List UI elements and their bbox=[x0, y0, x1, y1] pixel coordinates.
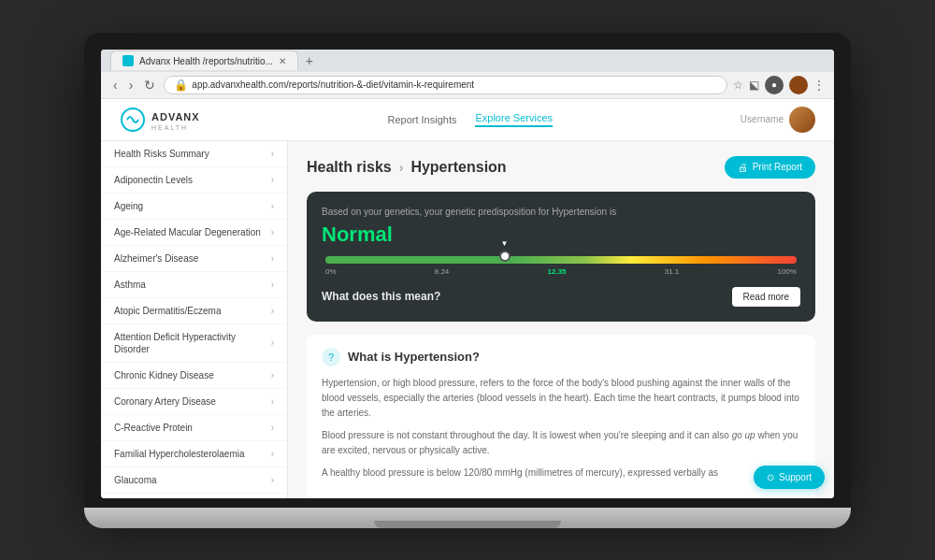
slider-low-val: 8.24 bbox=[435, 267, 450, 276]
url-text: app.advanxhealth.com/reports/nutrition-&… bbox=[192, 79, 717, 90]
sidebar-arrow-icon: › bbox=[271, 253, 274, 264]
sidebar-arrow-icon: › bbox=[271, 423, 274, 433]
sidebar-item-crp[interactable]: C-Reactive Protein › bbox=[101, 415, 287, 441]
print-label: Print Report bbox=[753, 162, 802, 172]
app-body: Health Risks Summary › Adiponectin Level… bbox=[101, 141, 834, 498]
new-tab-button[interactable]: + bbox=[298, 50, 321, 72]
tab-favicon bbox=[122, 55, 134, 66]
sidebar-arrow-icon: › bbox=[271, 306, 274, 316]
address-bar[interactable]: 🔒 app.advanxhealth.com/reports/nutrition… bbox=[164, 76, 727, 94]
sidebar-arrow-icon: › bbox=[271, 149, 274, 159]
sidebar-item-glucose[interactable]: Glucose Level During › bbox=[101, 494, 287, 498]
sidebar-label: Adiponectin Levels bbox=[114, 174, 193, 186]
info-card-header: ? What is Hypertension? bbox=[322, 348, 800, 366]
sidebar-item-coronary[interactable]: Coronary Artery Disease › bbox=[101, 389, 287, 415]
sidebar-arrow-icon: › bbox=[271, 449, 274, 459]
sidebar-arrow-icon: › bbox=[271, 396, 274, 407]
header-user: Username bbox=[741, 107, 815, 133]
sidebar-item-ageing[interactable]: Ageing › bbox=[101, 194, 287, 220]
breadcrumb-current: Hypertension bbox=[410, 159, 506, 176]
info-icon: ? bbox=[322, 348, 340, 366]
sidebar-arrow-icon: › bbox=[271, 337, 274, 348]
risk-description: Based on your genetics, your genetic pre… bbox=[322, 207, 800, 217]
wtm-row: What does this mean? Read more bbox=[322, 287, 800, 307]
slider-current-val: 12.35 bbox=[548, 267, 567, 276]
bookmark-icon[interactable]: ☆ bbox=[733, 79, 743, 92]
menu-icon[interactable]: ⋮ bbox=[813, 79, 825, 92]
sidebar-item-alzheimers[interactable]: Alzheimer's Disease › bbox=[101, 246, 287, 272]
sidebar-arrow-icon: › bbox=[271, 175, 274, 185]
sidebar-item-atopic[interactable]: Atopic Dermatitis/Eczema › bbox=[101, 298, 287, 324]
sidebar-item-adhd[interactable]: Attention Deficit Hyperactivity Disorder… bbox=[101, 324, 287, 363]
main-content: Health risks › Hypertension 🖨 Print Repo… bbox=[288, 141, 834, 498]
logo-sub: HEALTH bbox=[151, 124, 200, 131]
risk-card: Based on your genetics, your genetic pre… bbox=[307, 192, 815, 322]
print-icon: 🖨 bbox=[738, 162, 748, 173]
print-report-button[interactable]: 🖨 Print Report bbox=[725, 156, 815, 179]
sidebar: Health Risks Summary › Adiponectin Level… bbox=[101, 141, 288, 498]
sidebar-label: Health Risks Summary bbox=[114, 148, 209, 160]
sidebar-arrow-icon: › bbox=[271, 201, 274, 211]
nav-report-insights[interactable]: Report Insights bbox=[387, 114, 456, 125]
refresh-button[interactable]: ↻ bbox=[141, 78, 158, 93]
support-icon: ⊙ bbox=[767, 472, 774, 482]
sidebar-item-adiponectin[interactable]: Adiponectin Levels › bbox=[101, 167, 287, 194]
sidebar-item-kidney[interactable]: Chronic Kidney Disease › bbox=[101, 363, 287, 389]
logo: ADVANX HEALTH bbox=[120, 107, 200, 133]
slider-labels: 0% 8.24 12.35 31.1 100% bbox=[325, 267, 797, 276]
slider-mid-val: 31.1 bbox=[665, 267, 680, 276]
sidebar-label: Attention Deficit Hyperactivity Disorder bbox=[114, 331, 271, 355]
lock-icon: 🔒 bbox=[174, 79, 188, 92]
sidebar-item-health-risks-summary[interactable]: Health Risks Summary › bbox=[101, 141, 287, 167]
tab-title: Advanx Health /reports/nutritio... bbox=[139, 56, 273, 66]
page-header: Health risks › Hypertension 🖨 Print Repo… bbox=[307, 156, 815, 179]
slider-track bbox=[325, 256, 797, 264]
nav-explore-services[interactable]: Explore Services bbox=[475, 112, 553, 127]
support-label: Support bbox=[779, 472, 812, 482]
wtm-label: What does this mean? bbox=[322, 290, 440, 303]
logo-text: ADVANX bbox=[151, 111, 200, 122]
laptop-base bbox=[84, 508, 851, 528]
risk-slider: 0% 8.24 12.35 31.1 100% bbox=[322, 256, 800, 276]
sidebar-arrow-icon: › bbox=[271, 475, 274, 485]
risk-level: Normal bbox=[322, 223, 800, 247]
support-button[interactable]: ⊙ Support bbox=[754, 466, 825, 489]
sidebar-label: Asthma bbox=[114, 279, 146, 291]
question-icon: ? bbox=[328, 352, 334, 363]
info-para-2: Blood pressure is not constant throughou… bbox=[322, 428, 800, 458]
breadcrumb-separator: › bbox=[399, 160, 404, 175]
sidebar-label: Glaucoma bbox=[114, 474, 157, 486]
sidebar-arrow-icon: › bbox=[271, 227, 274, 237]
slider-indicator bbox=[499, 251, 511, 262]
sidebar-label: Alzheimer's Disease bbox=[114, 252, 198, 265]
user-avatar-browser[interactable] bbox=[789, 76, 808, 94]
info-para-1: Hypertension, or high blood pressure, re… bbox=[322, 376, 800, 421]
tab-close-icon[interactable]: ✕ bbox=[279, 56, 286, 66]
forward-button[interactable]: › bbox=[126, 78, 137, 93]
slider-max-label: 100% bbox=[778, 267, 797, 276]
app-header: ADVANX HEALTH Report Insights Explore Se… bbox=[101, 99, 834, 141]
sidebar-label: Atopic Dermatitis/Eczema bbox=[114, 305, 221, 317]
sidebar-item-macular[interactable]: Age-Related Macular Degeneration › bbox=[101, 220, 287, 246]
cast-icon[interactable]: ⬕ bbox=[749, 79, 759, 92]
sidebar-label: Ageing bbox=[114, 200, 143, 212]
sidebar-label: Coronary Artery Disease bbox=[114, 395, 216, 408]
info-para-3: A healthy blood pressure is below 120/80… bbox=[322, 466, 800, 481]
header-nav: Report Insights Explore Services bbox=[387, 112, 553, 127]
sidebar-item-familial[interactable]: Familial Hypercholesterolaemia › bbox=[101, 441, 287, 467]
back-button[interactable]: ‹ bbox=[110, 78, 121, 93]
sidebar-arrow-icon: › bbox=[271, 370, 274, 381]
breadcrumb: Health risks › Hypertension bbox=[307, 159, 507, 176]
sidebar-item-glaucoma[interactable]: Glaucoma › bbox=[101, 467, 287, 494]
sidebar-label: Age-Related Macular Degeneration bbox=[114, 226, 261, 238]
profile-icon[interactable]: ● bbox=[765, 76, 784, 94]
sidebar-arrow-icon: › bbox=[271, 280, 274, 290]
info-card: ? What is Hypertension? Hypertension, or… bbox=[307, 335, 815, 498]
user-avatar[interactable] bbox=[789, 107, 815, 133]
browser-tab[interactable]: Advanx Health /reports/nutritio... ✕ bbox=[110, 50, 298, 70]
sidebar-label: Familial Hypercholesterolaemia bbox=[114, 448, 245, 460]
sidebar-item-asthma[interactable]: Asthma › bbox=[101, 272, 287, 298]
read-more-button[interactable]: Read more bbox=[732, 287, 800, 307]
breadcrumb-parent[interactable]: Health risks bbox=[307, 159, 392, 176]
user-name: Username bbox=[741, 114, 784, 124]
